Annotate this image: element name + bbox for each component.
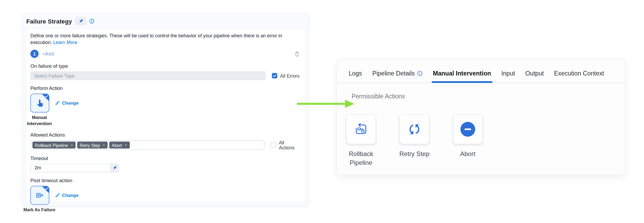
checkbox-checked (272, 73, 277, 78)
allowed-actions-input[interactable]: Rollback Pipeline × Retry Step × Abort × (30, 140, 265, 150)
checkbox-unchecked (271, 142, 276, 148)
timeout-label: Timeout (30, 155, 301, 161)
add-strategy-button[interactable]: +Add (42, 51, 54, 56)
all-errors-checkbox[interactable]: All Errors (272, 73, 299, 78)
strategy-number-badge[interactable]: 1 (30, 50, 39, 58)
action-label: Retry Step (393, 149, 436, 159)
pencil-icon (55, 101, 60, 105)
panel-title: Failure Strategy (26, 18, 72, 25)
trash-icon (294, 51, 300, 57)
allowed-action-tag: Abort × (109, 142, 129, 149)
allowed-actions-label: Allowed Actions (30, 132, 301, 138)
check-icon (273, 74, 276, 78)
post-timeout-action-name: Mark As Failure (22, 207, 57, 213)
on-failure-label: On failure of type (30, 63, 301, 69)
post-timeout-label: Post timeout action (30, 177, 301, 183)
retry-step-button[interactable] (400, 114, 429, 144)
failure-strategy-header: Failure Strategy (23, 14, 309, 28)
action-abort: Abort (453, 114, 482, 168)
step-details-panel: Logs Pipeline Details Manual Interventio… (337, 59, 625, 175)
permissible-actions-row: Rollback Pipeline Retry Step Abort (347, 114, 625, 168)
tab-manual-intervention[interactable]: Manual Intervention (433, 64, 491, 82)
perform-action-label: Perform Action (30, 85, 301, 91)
tag-remove-icon[interactable]: × (103, 143, 105, 147)
allowed-action-tag: Retry Step × (77, 142, 108, 149)
failure-type-input[interactable] (30, 71, 266, 80)
pin-icon (112, 165, 117, 170)
pin-runtime-input-button[interactable] (75, 17, 86, 25)
tab-pipeline-details[interactable]: Pipeline Details (372, 64, 422, 82)
tab-input[interactable]: Input (501, 64, 515, 82)
all-actions-checkbox[interactable]: All Actions (271, 140, 301, 150)
tag-label: Retry Step (80, 143, 100, 148)
strategy-editor-card: Define one or more failure strategies. T… (25, 28, 305, 203)
mark-as-failure-icon (35, 191, 44, 200)
active-tab-underline (432, 81, 492, 83)
tag-label: Rollback Pipeline (35, 143, 68, 148)
delete-strategy-button[interactable] (293, 51, 301, 57)
flow-arrow (296, 99, 356, 109)
action-label: Rollback Pipeline (340, 149, 382, 168)
info-icon (417, 70, 423, 76)
tab-logs[interactable]: Logs (349, 64, 362, 82)
timeout-pin-button[interactable] (110, 164, 119, 172)
pin-icon (78, 18, 83, 24)
check-icon (45, 186, 49, 190)
timeout-input[interactable] (30, 164, 110, 172)
all-errors-label: All Errors (280, 73, 300, 78)
tag-remove-icon[interactable]: × (70, 143, 73, 147)
tab-output[interactable]: Output (525, 64, 544, 82)
tag-label: Abort (112, 143, 122, 148)
change-perform-action-button[interactable]: Change (55, 101, 78, 105)
action-label: Abort (446, 149, 489, 159)
permissible-actions-title: Permissible Actions (352, 93, 625, 100)
failure-strategy-panel: Failure Strategy Define one or more fail… (22, 14, 309, 206)
strategy-description: Define one or more failure strategies. T… (30, 33, 301, 46)
abort-icon (460, 122, 475, 137)
manual-intervention-card[interactable] (30, 94, 49, 113)
rollback-pipeline-icon (354, 122, 368, 136)
tab-bar: Logs Pipeline Details Manual Interventio… (337, 59, 625, 83)
action-rollback-pipeline: Rollback Pipeline (347, 114, 375, 168)
tag-remove-icon[interactable]: × (124, 143, 127, 147)
retry-icon (407, 122, 422, 137)
manual-intervention-icon (36, 99, 44, 107)
mark-as-failure-card[interactable] (30, 186, 49, 205)
abort-button[interactable] (453, 114, 483, 144)
check-icon (45, 94, 49, 98)
stage: Failure Strategy Define one or more fail… (0, 0, 644, 223)
action-retry-step: Retry Step (400, 114, 429, 168)
rollback-pipeline-button[interactable] (346, 114, 376, 144)
change-post-timeout-action-button[interactable]: Change (55, 193, 78, 197)
learn-more-link[interactable]: Learn More (53, 40, 77, 45)
tab-execution-context[interactable]: Execution Context (554, 64, 604, 82)
all-actions-label: All Actions (279, 140, 301, 150)
allowed-action-tag: Rollback Pipeline × (33, 142, 76, 149)
pencil-icon (55, 193, 60, 197)
info-icon[interactable] (89, 18, 95, 24)
perform-action-name: Manual Intervention (22, 114, 57, 126)
